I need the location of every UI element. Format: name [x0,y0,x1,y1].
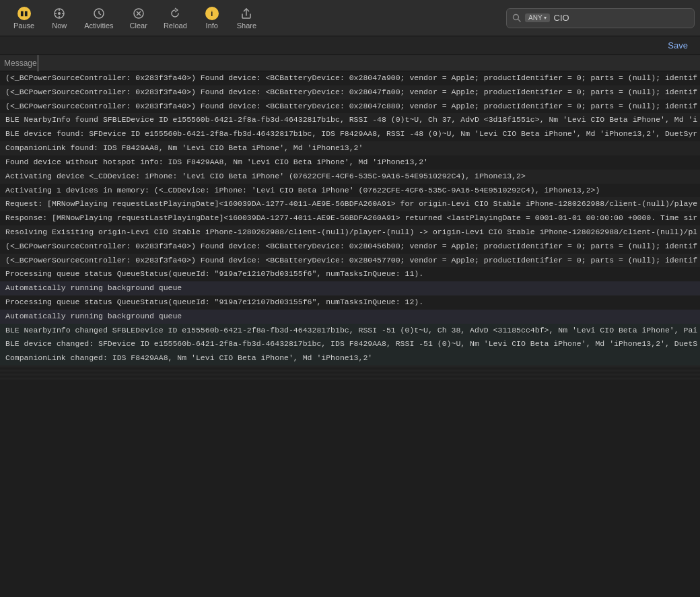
filter-chevron-icon: ▾ [544,15,547,21]
pause-button[interactable]: ▮▮ Pause [5,4,42,32]
toolbar: ▮▮ Pause Now Activities [0,0,700,36]
search-input[interactable] [554,13,689,23]
activities-button[interactable]: Activities [76,4,121,32]
clear-label: Clear [130,22,147,30]
search-bar: ANY ▾ [506,8,695,28]
log-container[interactable]: (<_BCPowerSourceController: 0x283f3fa40>… [0,71,700,597]
share-button[interactable]: Share [229,4,265,32]
info-icon: i [205,7,219,20]
table-row: Response: [MRNowPlaying requestLastPlayi… [0,211,700,225]
svg-point-1 [58,12,61,15]
table-row: CompanionLink changed: IDS F8429AA8, Nm … [0,351,700,365]
table-row: Resolving Exisiting origin-Levi CIO Stab… [0,225,700,240]
table-row: (<_BCPowerSourceController: 0x283f3fa40>… [0,100,700,114]
table-row: (<_BCPowerSourceController: 0x283f3fa40>… [0,85,700,100]
search-magnifier-icon [512,13,521,22]
reload-icon [168,7,182,20]
activities-label: Activities [84,22,113,30]
save-bar: Save [0,36,700,55]
column-header: Message [0,55,700,71]
table-row: BLE device changed: SFDevice ID e155560b… [0,337,700,351]
now-button[interactable]: Now [42,4,76,32]
share-label: Share [237,22,256,30]
table-row: BLE NearbyInfo changed SFBLEDevice ID e1… [0,324,700,338]
svg-line-14 [518,20,521,22]
save-button[interactable]: Save [662,39,693,52]
clear-button[interactable]: Clear [122,4,155,32]
table-row: Processing queue status QueueStatus(queu… [0,267,700,281]
table-row: Found device without hotspot info: IDS F… [0,155,700,170]
activities-icon [92,7,106,20]
info-button[interactable]: i Info [195,4,229,32]
share-icon [240,7,253,20]
table-row: (<_BCPowerSourceController: 0x283f3fa40>… [0,240,700,254]
now-label: Now [52,22,67,30]
table-row: Processing queue status QueueStatus(queu… [0,295,700,310]
filter-badge[interactable]: ANY ▾ [525,13,550,22]
table-row: Request: [MRNowPlaying requestLastPlayin… [0,197,700,211]
table-row: BLE NearbyInfo found SFBLEDevice ID e155… [0,113,700,127]
now-icon [53,7,66,20]
pause-icon: ▮▮ [18,7,31,20]
table-row-empty [0,380,700,382]
pause-label: Pause [13,22,34,30]
table-row: CompanionLink found: IDS F8429AA8, Nm 'L… [0,141,700,155]
reload-label: Reload [164,22,187,30]
svg-line-8 [99,13,101,15]
table-row: Automatically running background queue [0,281,700,295]
table-row: (<_BCPowerSourceController: 0x283f3fa40>… [0,71,700,85]
clear-icon [132,7,145,20]
table-row: Activating 1 devices in memory: (<_CDDev… [0,184,700,198]
table-row: Activating device <_CDDevice: iPhone: 'L… [0,170,700,184]
table-row: (<_BCPowerSourceController: 0x283f3fa40>… [0,254,700,268]
table-row: Automatically running background queue [0,310,700,324]
column-resize-handle[interactable] [37,55,39,71]
info-label: Info [206,22,218,30]
message-column-header: Message [4,59,37,68]
table-row: BLE device found: SFDevice ID e155560b-6… [0,127,700,141]
reload-button[interactable]: Reload [155,4,195,32]
